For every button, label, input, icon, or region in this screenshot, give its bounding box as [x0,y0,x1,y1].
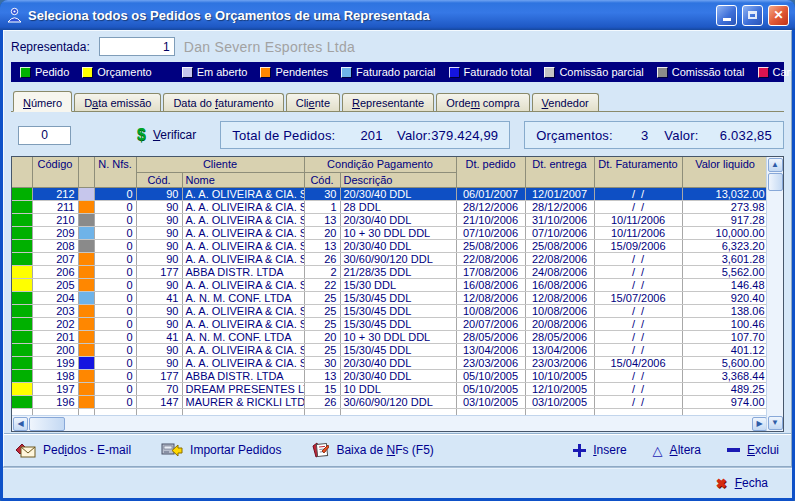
dt-entrega-cell[interactable]: 25/08/2006 [525,239,594,252]
grid-row-200[interactable]: 200090A. A. OLIVEIRA & CIA. S/2515/30/45… [12,343,766,356]
codigo-cell[interactable]: 212 [32,187,78,200]
billing-status-color-cell[interactable] [78,239,94,252]
grid-row-206[interactable]: 2060177ABBA DISTR. LTDA221/28/35 DDL17/0… [12,265,766,278]
grid-row-212[interactable]: 212090A. A. OLIVEIRA & CIA. S/3020/30/40… [12,187,766,200]
nfs-cell[interactable]: 0 [94,213,136,226]
cond-pag-desc-cell[interactable]: 10 + 30 DDL DDL [340,226,456,239]
dt-faturamento-cell[interactable]: / / [594,187,682,200]
cliente-nome-cell[interactable]: ABBA DISTR. LTDA [182,369,304,382]
billing-status-color-cell[interactable] [78,317,94,330]
dt-pedido-cell[interactable]: 06/01/2007 [456,187,525,200]
valor-cell[interactable]: 138.06 [682,304,766,317]
dt-entrega-cell[interactable]: 13/04/2006 [525,343,594,356]
dt-entrega-cell[interactable]: 12/01/2007 [525,187,594,200]
exclui-button[interactable]: Exclui [727,443,779,457]
billing-status-color-cell[interactable] [78,291,94,304]
cliente-nome-cell[interactable]: A. N. M. CONF. LTDA [182,330,304,343]
cond-pag-desc-cell[interactable]: 20/30/40 DDL [340,213,456,226]
nfs-cell[interactable]: 0 [94,395,136,408]
cond-pag-desc-cell[interactable]: 21/28/35 DDL [340,265,456,278]
valor-cell[interactable]: 10,000.00 [682,226,766,239]
billing-status-color-cell[interactable] [78,252,94,265]
nfs-cell[interactable]: 0 [94,343,136,356]
cond-pag-desc-cell[interactable]: 15/30/45 DDL [340,304,456,317]
grid-row-205[interactable]: 205090A. A. OLIVEIRA & CIA. S/2215/30 DD… [12,278,766,291]
grid-row-209[interactable]: 209090A. A. OLIVEIRA & CIA. S/2010 + 30 … [12,226,766,239]
cond-pag-cod-cell[interactable]: 26 [304,395,340,408]
dt-faturamento-cell[interactable]: / / [594,330,682,343]
nfs-cell[interactable]: 0 [94,317,136,330]
cliente-cod-cell[interactable]: 90 [136,356,182,369]
valor-cell[interactable]: 100.46 [682,317,766,330]
nfs-cell[interactable]: 0 [94,265,136,278]
cliente-nome-cell[interactable]: A. A. OLIVEIRA & CIA. S/ [182,239,304,252]
billing-status-color-cell[interactable] [78,265,94,278]
valor-cell[interactable]: 974.00 [682,395,766,408]
status-color-cell[interactable] [12,187,32,200]
grid-row-208[interactable]: 208090A. A. OLIVEIRA & CIA. S/1320/30/40… [12,239,766,252]
grid-row-197[interactable]: 197070DREAM PRESENTES LT1510 DDL05/10/20… [12,382,766,395]
cond-pag-desc-cell[interactable]: 30/60/90/120 DDL [340,395,456,408]
grid-row-204[interactable]: 204041A. N. M. CONF. LTDA2515/30/45 DDL1… [12,291,766,304]
valor-cell[interactable]: 146.48 [682,278,766,291]
cond-pag-desc-cell[interactable]: 15/30 DDL [340,278,456,291]
billing-status-color-cell[interactable] [78,304,94,317]
grid-row-199[interactable]: 199090A. A. OLIVEIRA & CIA. S/3020/30/40… [12,356,766,369]
billing-status-color-cell[interactable] [78,343,94,356]
dt-faturamento-cell[interactable]: / / [594,395,682,408]
vertical-scroll-thumb[interactable] [768,173,783,191]
dt-faturamento-cell[interactable]: / / [594,317,682,330]
cond-pag-cod-cell[interactable]: 25 [304,304,340,317]
status-color-cell[interactable] [12,330,32,343]
cond-pag-cod-cell[interactable]: 1 [304,200,340,213]
billing-status-color-cell[interactable] [78,226,94,239]
tab-data-emissao[interactable]: Data emissão [74,93,161,111]
cliente-cod-cell[interactable]: 70 [136,382,182,395]
status-color-cell[interactable] [12,226,32,239]
cond-pag-cod-cell[interactable]: 25 [304,291,340,304]
dt-entrega-cell[interactable]: 22/08/2006 [525,252,594,265]
cond-pag-desc-cell[interactable]: 30/60/90/120 DDL [340,252,456,265]
dt-faturamento-cell[interactable]: 15/04/2006 [594,356,682,369]
nfs-cell[interactable]: 0 [94,330,136,343]
dt-faturamento-cell[interactable]: 15/09/2006 [594,239,682,252]
codigo-cell[interactable]: 211 [32,200,78,213]
dt-pedido-cell[interactable]: 12/08/2006 [456,291,525,304]
cliente-cod-cell[interactable]: 90 [136,187,182,200]
importar-pedidos-button[interactable]: Importar Pedidos [161,443,281,458]
nfs-cell[interactable]: 0 [94,200,136,213]
altera-button[interactable]: △ Altera [653,443,701,457]
codigo-cell[interactable]: 205 [32,278,78,291]
fecha-button[interactable]: ✖ Fecha [710,475,774,492]
grid-row-211[interactable]: 211090A. A. OLIVEIRA & CIA. S/128 DDL28/… [12,200,766,213]
codigo-cell[interactable]: 207 [32,252,78,265]
grid-row-201[interactable]: 201041A. N. M. CONF. LTDA2010 + 30 DDL D… [12,330,766,343]
valor-cell[interactable]: 5,600.00 [682,356,766,369]
cliente-cod-cell[interactable]: 90 [136,226,182,239]
dt-entrega-cell[interactable]: 12/08/2006 [525,291,594,304]
cliente-cod-cell[interactable]: 90 [136,200,182,213]
dt-entrega-cell[interactable]: 07/10/2006 [525,226,594,239]
valor-cell[interactable]: 401.12 [682,343,766,356]
cliente-nome-cell[interactable]: A. N. M. CONF. LTDA [182,291,304,304]
billing-status-color-cell[interactable] [78,369,94,382]
representada-code-input[interactable] [99,37,175,56]
billing-color-header[interactable] [78,157,94,187]
cond-pag-cod-cell[interactable]: 26 [304,252,340,265]
cond-pag-cod-cell[interactable]: 13 [304,239,340,252]
dt-entrega-header[interactable]: Dt. entrega [525,157,594,187]
dt-pedido-cell[interactable]: 25/08/2006 [456,239,525,252]
valor-cell[interactable]: 920.40 [682,291,766,304]
codigo-cell[interactable]: 196 [32,395,78,408]
dt-pedido-cell[interactable]: 05/10/2005 [456,382,525,395]
valor-cell[interactable]: 6,323.20 [682,239,766,252]
tab-numero[interactable]: Número [13,91,72,112]
scroll-left-icon[interactable]: ◀ [13,417,28,431]
horizontal-scroll-thumb[interactable] [29,417,65,431]
status-color-cell[interactable] [12,291,32,304]
codigo-cell[interactable]: 210 [32,213,78,226]
nfs-cell[interactable]: 0 [94,356,136,369]
nfs-cell[interactable]: 0 [94,187,136,200]
cliente-cod-cell[interactable]: 90 [136,304,182,317]
dt-pedido-cell[interactable]: 16/08/2006 [456,278,525,291]
